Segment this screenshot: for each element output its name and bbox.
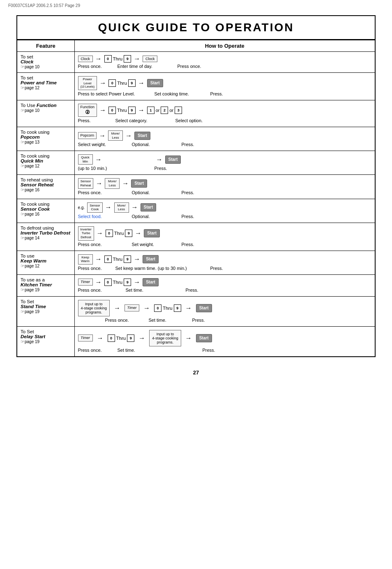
feature-label: To set xyxy=(21,75,33,80)
timer-btn: Timer xyxy=(78,334,93,341)
start-btn: Start xyxy=(143,278,159,286)
col1-header: Feature xyxy=(17,40,74,52)
feature-label: To set xyxy=(21,54,33,59)
or-options: 1 or 2 or 3 xyxy=(147,107,182,114)
page-ref: page 14 xyxy=(21,236,39,240)
thru-group: 0 Thru 9 xyxy=(108,79,136,87)
clock-btn-2: Clock xyxy=(143,56,157,63)
thru-group: 0 Thru 9 xyxy=(104,279,131,286)
step-text-1: Press once. xyxy=(105,318,146,323)
table-row: To cook using Quick Min page 12 QuickMin… xyxy=(17,151,375,175)
page-ref: page 12 xyxy=(21,164,39,168)
page-ref: page 10 xyxy=(21,108,39,113)
thru-group-1: 0 Thru 9 xyxy=(104,55,131,63)
arrow-1: → xyxy=(97,334,104,342)
arrow-1: → xyxy=(97,230,103,237)
feature-name: Sensor Reheat xyxy=(21,182,54,187)
arrow-1: → xyxy=(99,107,106,114)
thru-group: 0 Thru 9 xyxy=(106,230,133,237)
arrow-2: → xyxy=(138,79,145,87)
arrow-1: → xyxy=(96,180,102,187)
step-text-3: Press. xyxy=(192,318,205,323)
step-text-3: Press. xyxy=(182,242,194,247)
stage-cooking-text: 4-stage cooking xyxy=(81,306,107,310)
table-row: To use as a Kitchen Timer page 19 Timer … xyxy=(17,274,375,296)
feature-name: Inverter Turbo Defrost xyxy=(21,230,70,235)
quickmin-btn: QuickMin xyxy=(78,154,93,165)
stage-cooking-text2: 4-stage cooking xyxy=(152,336,178,340)
feature-label: To reheat using xyxy=(21,177,53,182)
page-ref: page 12 xyxy=(21,86,39,90)
page-ref: page 19 xyxy=(21,339,39,344)
table-row: To set Power and Time page 12 PowerLevel… xyxy=(17,73,375,100)
step-text-1: (up to 10 min.) xyxy=(78,166,152,171)
page-ref: page 12 xyxy=(21,264,39,268)
step-text-1: Press once. xyxy=(78,64,111,69)
sensor-cook-btn: SensorCook xyxy=(87,202,102,213)
arrow-1: → xyxy=(99,79,106,87)
arrow-1: → xyxy=(95,156,102,163)
step-text-1: Press once. xyxy=(78,190,123,195)
arrow-2: → xyxy=(138,107,145,114)
step-text-2: Select category. xyxy=(107,118,173,123)
arrow-1: → xyxy=(99,132,106,139)
thru-group: 0 Thru 9 xyxy=(154,304,181,312)
step-text-1[interactable]: Select food. xyxy=(78,214,123,219)
feature-label: To use xyxy=(21,253,35,258)
arrow-1: → xyxy=(105,204,112,211)
step-text-1: Select weight. xyxy=(78,142,123,147)
start-btn: Start xyxy=(147,79,163,87)
feature-name: Sensor Cook xyxy=(21,207,50,211)
input-up-to-text: Input up to xyxy=(85,302,103,306)
step-text-1: Press once. xyxy=(78,348,113,353)
table-row: To use Keep Warm page 12 KeepWarm → 0 Th… xyxy=(17,251,375,274)
step-text-1: Press. xyxy=(78,118,105,123)
feature-label: To cook using xyxy=(21,130,49,135)
step-text-1: Press to select Power Level. xyxy=(78,91,152,96)
page-header: F00037C51AP 2006.2.5 10:57 Page 29 xyxy=(0,0,392,11)
feature-name: Popcorn xyxy=(21,135,40,139)
step-text-1: Press once. xyxy=(78,288,119,293)
feature-name: Power and Time xyxy=(21,80,57,85)
arrow-2: → xyxy=(156,156,163,163)
arrow-2: → xyxy=(134,279,140,286)
arrow-2: → xyxy=(131,204,138,211)
page-ref: page 19 xyxy=(21,309,39,314)
step-text-2: Optional. xyxy=(126,190,179,195)
table-row: To defrost using Inverter Turbo Defrost … xyxy=(17,223,375,251)
feature-label: To Set xyxy=(21,299,34,304)
feature-name: Kitchen Timer xyxy=(21,282,52,287)
table-row: To cook using Sensor Cook page 16 e.g. S… xyxy=(17,199,375,223)
page-ref: page 16 xyxy=(21,188,39,192)
start-btn: Start xyxy=(134,132,150,140)
input-up-to-text2: Input up to xyxy=(157,332,174,336)
thru-group: 0 Thru 9 xyxy=(104,255,131,263)
arrow-2: → xyxy=(138,334,145,342)
eg-label: e.g. xyxy=(78,205,85,210)
arrow-1: → xyxy=(95,255,102,263)
page-ref: page 16 xyxy=(21,212,39,216)
sensor-reheat-btn: SensorReheat xyxy=(78,178,94,188)
feature-label: To cook using xyxy=(21,202,49,207)
start-btn: Start xyxy=(196,304,212,312)
arrow-1: → xyxy=(95,55,102,63)
step-text-2: Set time. xyxy=(149,318,190,323)
function-btn: Function② xyxy=(78,104,97,117)
clock-btn-1: Clock xyxy=(78,56,93,63)
step-text-3: Select option. xyxy=(175,118,203,123)
arrow-2: → xyxy=(134,255,140,263)
step-text-3: Press. xyxy=(154,166,167,171)
feature-label: To cook using xyxy=(21,153,49,158)
start-btn: Start xyxy=(144,229,160,237)
feature-label: To Set xyxy=(21,329,34,334)
step-text-1: Press once. xyxy=(78,266,111,271)
thru-group: 0 Thru 9 xyxy=(108,107,136,114)
timer-btn: Timer xyxy=(78,279,93,286)
feature-name: Quick Min xyxy=(21,158,43,163)
page-ref: page 13 xyxy=(21,140,39,144)
step-text-3: Press. xyxy=(203,348,215,353)
power-btn: PowerLevel(10 Levels) xyxy=(78,76,97,90)
page-ref: page 10 xyxy=(21,65,39,69)
popcorn-btn: Popcorn xyxy=(78,132,97,139)
arrow-2: → xyxy=(135,230,141,237)
